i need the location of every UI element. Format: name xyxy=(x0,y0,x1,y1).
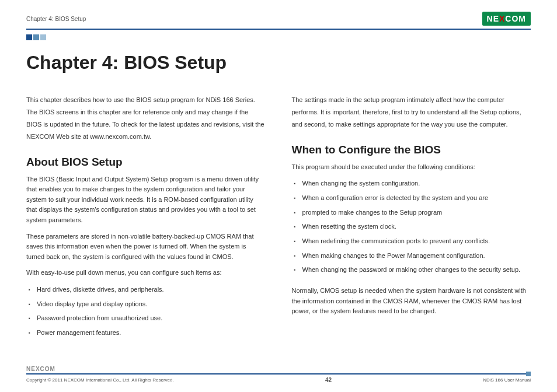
list-item: When changing the system configuration. xyxy=(302,178,531,189)
left-column: This chapter describes how to use the BI… xyxy=(26,94,266,342)
list-item: prompted to make changes to the Setup pr… xyxy=(302,207,531,218)
list-item: Hard drives, diskette drives, and periph… xyxy=(37,284,266,295)
decorative-squares xyxy=(26,34,531,40)
page-number: 42 xyxy=(325,377,332,383)
intro-paragraph-right: The settings made in the setup program i… xyxy=(292,94,531,131)
list-item: When changing the password or making oth… xyxy=(302,264,531,275)
page-footer: NEXCOM Copyright © 2011 NEXCOM Internati… xyxy=(26,366,531,383)
section-title-about: About BIOS Setup xyxy=(26,156,266,169)
list-item: When a configuration error is detected b… xyxy=(302,192,531,204)
list-item: Password protection from unauthorized us… xyxy=(37,313,266,324)
when-p2: Normally, CMOS setup is needed when the … xyxy=(292,286,531,317)
page-header: Chapter 4: BIOS Setup NEXCOM xyxy=(26,12,531,26)
about-p1: The BIOS (Basic Input and Output System)… xyxy=(26,174,266,226)
header-chapter-label: Chapter 4: BIOS Setup xyxy=(26,16,86,22)
nexcom-logo: NEXCOM xyxy=(482,12,531,26)
chapter-title: Chapter 4: BIOS Setup xyxy=(26,52,531,74)
header-divider xyxy=(26,29,531,30)
copyright-text: Copyright © 2011 NEXCOM International Co… xyxy=(26,377,174,383)
list-item: Video display type and display options. xyxy=(37,299,266,310)
list-item: When redefining the communication ports … xyxy=(302,236,531,247)
list-item: When making changes to the Power Managem… xyxy=(302,250,531,261)
list-item: Power management features. xyxy=(37,327,266,338)
manual-name: NDiS 166 User Manual xyxy=(483,377,531,383)
section-title-when: When to Configure the BIOS xyxy=(292,144,531,156)
content-columns: This chapter describes how to use the BI… xyxy=(26,94,531,342)
when-bullets: When changing the system configuration. … xyxy=(292,178,531,275)
about-p3: With easy-to-use pull down menus, you ca… xyxy=(26,268,266,278)
footer-divider xyxy=(26,373,531,374)
about-bullets: Hard drives, diskette drives, and periph… xyxy=(26,284,266,338)
list-item: When resetting the system clock. xyxy=(302,221,531,232)
about-p2: These parameters are stored in non-volat… xyxy=(26,232,266,262)
when-p1: This program should be executed under th… xyxy=(292,162,531,173)
footer-logo: NEXCOM xyxy=(26,366,531,372)
right-column: The settings made in the setup program i… xyxy=(292,94,531,342)
intro-paragraph: This chapter describes how to use the BI… xyxy=(26,94,266,143)
